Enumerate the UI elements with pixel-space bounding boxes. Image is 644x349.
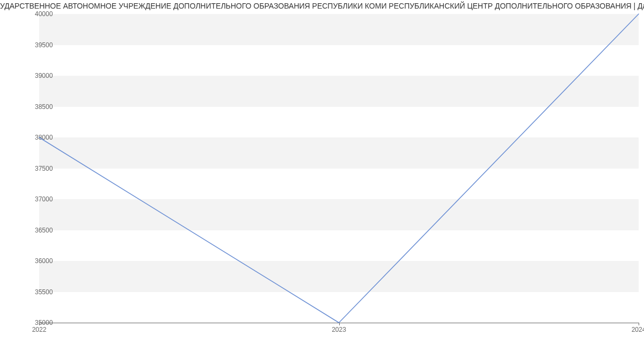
chart-title: УДАРСТВЕННОЕ АВТОНОМНОЕ УЧРЕЖДЕНИЕ ДОПОЛ… bbox=[0, 0, 644, 12]
plot-area: 3500035500360003650037000375003800038500… bbox=[39, 14, 639, 323]
chart-container: УДАРСТВЕННОЕ АВТОНОМНОЕ УЧРЕЖДЕНИЕ ДОПОЛ… bbox=[0, 0, 644, 349]
line-series bbox=[39, 14, 639, 323]
x-tick-mark bbox=[639, 323, 639, 325]
x-tick-label: 2022 bbox=[32, 326, 47, 333]
x-tick-mark bbox=[339, 323, 340, 325]
x-tick-mark bbox=[39, 323, 40, 325]
line-path bbox=[39, 14, 639, 323]
x-tick-label: 2024 bbox=[632, 326, 644, 333]
x-tick-label: 2023 bbox=[332, 326, 346, 333]
